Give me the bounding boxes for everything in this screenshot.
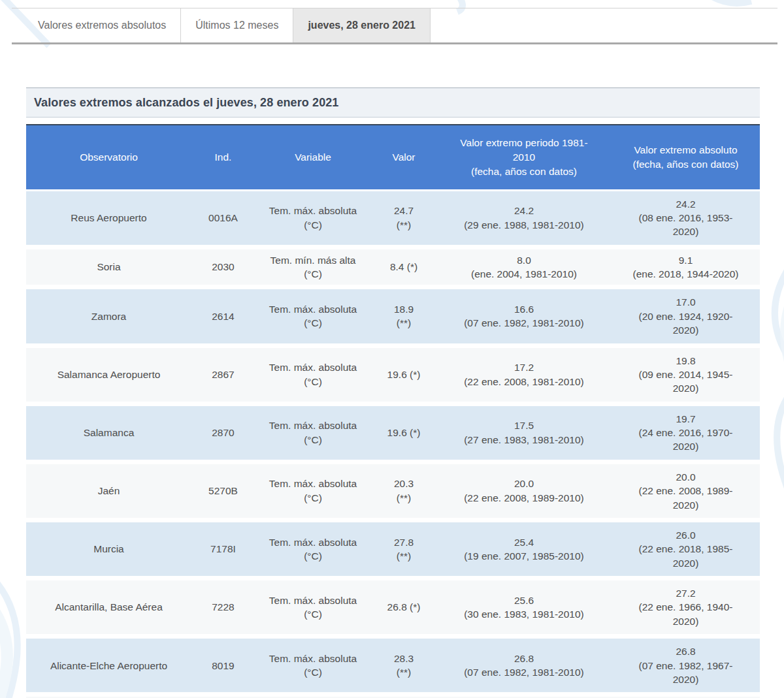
table-row: Zamora 2614 Tem. máx. absoluta (°C) 18.9… [26,287,760,345]
cell-valor-extremo-periodo: 8.0 (ene. 2004, 1981-2010) [436,247,612,287]
cell-valor: 28.3 (**) [371,637,436,695]
tab-jueves-28-enero-2021[interactable]: jueves, 28 enero 2021 [293,8,431,42]
cell-valor: 19.6 (*) [371,345,436,404]
col-header-observatorio: Observatorio [26,125,191,190]
cell-valor-extremo-absoluto: 24.2 (08 ene. 2016, 1953- 2020) [612,190,760,247]
cell-valor-extremo-periodo: 20.0 (22 ene. 2008, 1989-2010) [436,462,612,520]
col-header-ind: Ind. [191,125,255,190]
cell-valor: 20.3 (**) [371,462,436,520]
cell-observatorio: Salamanca Aeropuerto [26,345,191,404]
cell-variable: Tem. máx. absoluta (°C) [255,579,371,637]
cell-ind: 2870 [191,404,255,462]
extremes-table: Observatorio Ind. Variable Valor Valor e… [26,124,760,698]
cell-valor-extremo-absoluto: 17.0 (20 ene. 1924, 1920- 2020) [612,287,760,345]
cell-valor-extremo-periodo: 16.6 (07 ene. 1982, 1981-2010) [436,287,612,345]
cell-valor-extremo-absoluto: 26.0 (22 ene. 2018, 1985- 2020) [612,520,760,578]
table-row: Salamanca Aeropuerto 2867 Tem. máx. abso… [26,345,760,404]
col-header-valor-extremo-absoluto: Valor extremo absoluto (fecha, años con … [612,125,760,190]
cell-valor: 8.4 (*) [371,247,436,287]
cell-variable: Tem. máx. absoluta (°C) [255,520,371,578]
col-header-valor: Valor [371,125,436,190]
cell-observatorio: Alcantarilla, Base Aérea [26,579,191,637]
cell-valor-extremo-absoluto: 19.8 (09 ene. 2014, 1945- 2020) [612,345,760,404]
tab-ultimos-12-meses[interactable]: Últimos 12 meses [181,8,293,42]
cell-variable: Tem. máx. absoluta (°C) [255,695,371,698]
cell-observatorio: Zamora [26,287,191,345]
col-header-variable: Variable [255,125,371,190]
cell-valor-extremo-periodo: 25.4 (19 ene. 2007, 1985-2010) [436,520,612,578]
cell-variable: Tem. máx. absoluta (°C) [255,404,371,462]
cell-ind: 2867 [191,345,255,404]
cell-ind: 5270B [191,462,255,520]
cell-valor-extremo-periodo: 17.2 (22 ene. 2008, 1981-2010) [436,345,612,404]
cell-valor-extremo-absoluto: 9.1 (ene. 2018, 1944-2020) [612,247,760,287]
table-row: Alicante/Alacant 8025 Tem. máx. absoluta… [26,695,760,698]
cell-valor-extremo-periodo: 17.5 (27 ene. 1983, 1981-2010) [436,404,612,462]
table-row: Jaén 5270B Tem. máx. absoluta (°C) 20.3 … [26,462,760,520]
cell-variable: Tem. máx. absoluta (°C) [255,637,371,695]
cell-ind: 8019 [191,637,255,695]
cell-variable: Tem. máx. absoluta (°C) [255,345,371,404]
cell-ind: 8025 [191,695,255,698]
cell-observatorio: Soria [26,247,191,287]
cell-valor-extremo-absoluto: 19.7 (24 ene. 2016, 1970- 2020) [612,404,760,462]
cell-observatorio: Alicante-Elche Aeropuerto [26,637,191,695]
table-row: Soria 2030 Tem. mín. más alta (°C) 8.4 (… [26,247,760,287]
cell-ind: 2614 [191,287,255,345]
extremes-table-container: Observatorio Ind. Variable Valor Valor e… [26,124,760,698]
cell-variable: Tem. máx. absoluta (°C) [255,190,371,247]
cell-valor: 18.9 (**) [371,287,436,345]
table-row: Murcia 7178I Tem. máx. absoluta (°C) 27.… [26,520,760,578]
cell-valor-extremo-absoluto: 26.8 (07 ene. 1982, 1967- 2020) [612,637,760,695]
cell-ind: 2030 [191,247,255,287]
section-title-bar: Valores extremos alcanzados el jueves, 2… [26,87,760,118]
cell-observatorio: Alicante/Alacant [26,695,191,698]
cell-valor: 19.6 (*) [371,404,436,462]
cell-valor-extremo-periodo: 26.8 (07 ene. 1982, 1981-2010) [436,637,612,695]
cell-valor-extremo-periodo: 25.6 (30 ene. 1983, 1981-2010) [436,579,612,637]
cell-ind: 0016A [191,190,255,247]
cell-valor: 27.8 (**) [371,520,436,578]
tab-valores-extremos-absolutos[interactable]: Valores extremos absolutos [24,8,181,42]
cell-valor: 26.8 (*) [371,579,436,637]
table-row: Alcantarilla, Base Aérea 7228 Tem. máx. … [26,579,760,637]
cell-valor-extremo-absoluto: 29.2 (07 ene. 1982, 1939- 2020) [612,695,760,698]
cell-observatorio: Jaén [26,462,191,520]
tab-label: Últimos 12 meses [195,20,278,31]
cell-variable: Tem. mín. más alta (°C) [255,247,371,287]
cell-variable: Tem. máx. absoluta (°C) [255,462,371,520]
cell-observatorio: Reus Aeropuerto [26,190,191,247]
table-row: Alicante-Elche Aeropuerto 8019 Tem. máx.… [26,637,760,695]
cell-ind: 7178I [191,520,255,578]
cell-valor: 29.2 (**) [371,695,436,698]
cell-variable: Tem. máx. absoluta (°C) [255,287,371,345]
cell-observatorio: Salamanca [26,404,191,462]
table-row: Salamanca 2870 Tem. máx. absoluta (°C) 1… [26,404,760,462]
cell-valor-extremo-periodo: 24.2 (29 ene. 1988, 1981-2010) [436,190,612,247]
cell-valor-extremo-absoluto: 27.2 (22 ene. 1966, 1940- 2020) [612,579,760,637]
cell-valor-extremo-periodo: 29.2 (07 ene. 1982, 1981-2010) [436,695,612,698]
cell-ind: 7228 [191,579,255,637]
table-row: Reus Aeropuerto 0016A Tem. máx. absoluta… [26,190,760,247]
cell-valor-extremo-absoluto: 20.0 (22 ene. 2008, 1989- 2020) [612,462,760,520]
col-header-valor-extremo-periodo: Valor extremo periodo 1981- 2010 (fecha,… [436,125,612,190]
table-header: Observatorio Ind. Variable Valor Valor e… [26,125,760,190]
cell-valor: 24.7 (**) [371,190,436,247]
tab-bar: Valores extremos absolutos Últimos 12 me… [12,8,777,44]
table-body: Reus Aeropuerto 0016A Tem. máx. absoluta… [26,190,760,698]
page-title: Valores extremos alcanzados el jueves, 2… [34,96,338,110]
tab-label: jueves, 28 enero 2021 [308,20,416,31]
tab-label: Valores extremos absolutos [38,20,166,31]
cell-observatorio: Murcia [26,520,191,578]
